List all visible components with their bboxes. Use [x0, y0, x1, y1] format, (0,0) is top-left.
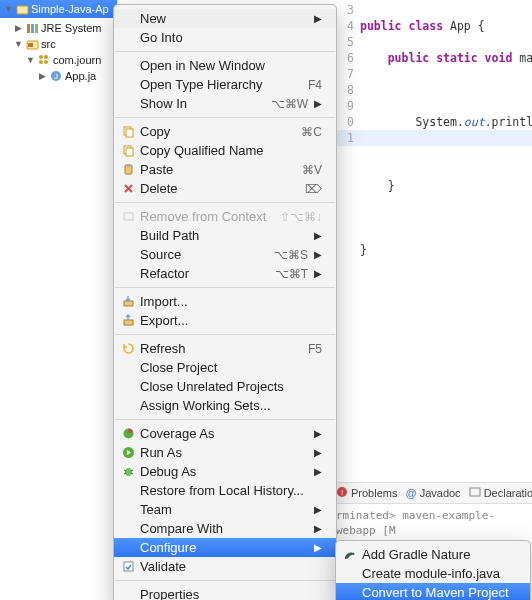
submenu-arrow-icon: ▶ — [314, 466, 322, 477]
menu-separator — [115, 51, 335, 52]
submenu-arrow-icon: ▶ — [314, 504, 322, 515]
code-editor[interactable]: 345678901 public class App { public stat… — [330, 0, 532, 498]
svg-point-6 — [39, 55, 43, 59]
svg-point-8 — [39, 60, 43, 64]
menu-item-export[interactable]: Export... — [114, 311, 336, 330]
menu-item-restore-history[interactable]: Restore from Local History... — [114, 481, 336, 500]
configure-submenu: Add Gradle Nature Create module-info.jav… — [335, 540, 531, 600]
svg-text:!: ! — [341, 488, 343, 497]
tree-node-src[interactable]: ▼ src — [4, 36, 117, 52]
project-explorer: ▼ Simple-Java-Ap ▶ JRE System ▼ src ▼ co… — [0, 0, 118, 600]
submenu-arrow-icon: ▶ — [314, 13, 322, 24]
copy-icon — [120, 143, 136, 159]
svg-rect-18 — [126, 148, 133, 156]
svg-rect-5 — [28, 43, 33, 47]
menu-item-build-path[interactable]: Build Path▶ — [114, 226, 336, 245]
tab-javadoc[interactable]: @ Javadoc — [405, 487, 460, 499]
menu-item-show-in[interactable]: Show In⌥⌘W▶ — [114, 94, 336, 113]
menu-item-open-type-hierarchy[interactable]: Open Type HierarchyF4 — [114, 75, 336, 94]
svg-point-7 — [44, 55, 48, 59]
menu-separator — [115, 580, 335, 581]
menu-item-debug-as[interactable]: Debug As▶ — [114, 462, 336, 481]
library-icon — [25, 21, 39, 35]
menu-item-compare-with[interactable]: Compare With▶ — [114, 519, 336, 538]
menu-item-go-into[interactable]: Go Into — [114, 28, 336, 47]
console-header: rminated> maven-example-webapp [M — [336, 508, 526, 538]
menu-separator — [115, 419, 335, 420]
remove-context-icon — [120, 209, 136, 225]
submenu-arrow-icon: ▶ — [314, 542, 322, 553]
java-file-icon: J — [49, 69, 63, 83]
validate-icon — [120, 559, 136, 575]
svg-rect-2 — [31, 24, 34, 33]
tree-node-jre[interactable]: ▶ JRE System — [4, 20, 117, 36]
svg-rect-3 — [35, 24, 38, 33]
submenu-item-create-module-info[interactable]: Create module-info.java — [336, 564, 530, 583]
menu-item-delete[interactable]: Delete⌦ — [114, 179, 336, 198]
project-icon — [15, 2, 29, 16]
menu-item-refresh[interactable]: RefreshF5 — [114, 339, 336, 358]
menu-item-copy-qualified[interactable]: Copy Qualified Name — [114, 141, 336, 160]
menu-item-open-new-window[interactable]: Open in New Window — [114, 56, 336, 75]
menu-item-new[interactable]: New▶ — [114, 9, 336, 28]
submenu-arrow-icon: ▶ — [314, 447, 322, 458]
twisty-icon: ▶ — [38, 71, 47, 81]
submenu-arrow-icon: ▶ — [314, 428, 322, 439]
twisty-icon: ▼ — [14, 39, 23, 49]
menu-item-remove-context: Remove from Context⇧⌥⌘↓ — [114, 207, 336, 226]
svg-rect-14 — [470, 488, 480, 496]
menu-item-import[interactable]: Import... — [114, 292, 336, 311]
source-folder-icon — [25, 37, 39, 51]
submenu-arrow-icon: ▶ — [314, 523, 322, 534]
menu-item-team[interactable]: Team▶ — [114, 500, 336, 519]
svg-rect-1 — [27, 24, 30, 33]
project-tree: ▶ JRE System ▼ src ▼ com.journ ▶ J App.j… — [0, 18, 117, 84]
submenu-arrow-icon: ▶ — [314, 249, 322, 260]
menu-item-configure[interactable]: Configure▶ — [114, 538, 336, 557]
menu-item-properties[interactable]: Properties — [114, 585, 336, 600]
tab-declaration[interactable]: Declaratio — [469, 486, 532, 500]
submenu-item-add-gradle[interactable]: Add Gradle Nature — [336, 545, 530, 564]
project-name: Simple-Java-Ap — [31, 3, 109, 15]
tree-label: JRE System — [41, 22, 102, 34]
menu-separator — [115, 117, 335, 118]
paste-icon — [120, 162, 136, 178]
submenu-arrow-icon: ▶ — [314, 230, 322, 241]
twisty-icon: ▶ — [14, 23, 23, 33]
delete-icon — [120, 181, 136, 197]
bottom-tab-bar: ! Problems @ Javadoc Declaratio — [330, 482, 532, 504]
menu-item-source[interactable]: Source⌥⌘S▶ — [114, 245, 336, 264]
svg-rect-24 — [124, 301, 133, 306]
context-menu: New▶ Go Into Open in New Window Open Typ… — [113, 4, 337, 600]
menu-item-run-as[interactable]: Run As▶ — [114, 443, 336, 462]
twisty-icon: ▼ — [4, 4, 13, 14]
tree-node-package[interactable]: ▼ com.journ — [4, 52, 117, 68]
tree-node-file[interactable]: ▶ J App.ja — [4, 68, 117, 84]
tab-label: Problems — [351, 487, 397, 499]
menu-separator — [115, 287, 335, 288]
debug-icon — [120, 464, 136, 480]
declaration-icon — [469, 486, 481, 500]
menu-item-assign-working-sets[interactable]: Assign Working Sets... — [114, 396, 336, 415]
menu-item-refactor[interactable]: Refactor⌥⌘T▶ — [114, 264, 336, 283]
svg-text:J: J — [54, 72, 58, 81]
menu-item-coverage-as[interactable]: Coverage As▶ — [114, 424, 336, 443]
import-icon — [120, 294, 136, 310]
tree-label: App.ja — [65, 70, 96, 82]
tab-problems[interactable]: ! Problems — [336, 486, 397, 500]
menu-item-copy[interactable]: Copy⌘C — [114, 122, 336, 141]
menu-item-close-unrelated[interactable]: Close Unrelated Projects — [114, 377, 336, 396]
package-icon — [37, 53, 51, 67]
submenu-arrow-icon: ▶ — [314, 268, 322, 279]
svg-rect-25 — [124, 320, 133, 325]
project-header[interactable]: ▼ Simple-Java-Ap — [0, 0, 117, 18]
tree-label: src — [41, 38, 56, 50]
submenu-item-convert-maven[interactable]: Convert to Maven Project — [336, 583, 530, 600]
menu-item-paste[interactable]: Paste⌘V — [114, 160, 336, 179]
menu-item-validate[interactable]: Validate — [114, 557, 336, 576]
coverage-icon — [120, 426, 136, 442]
menu-item-close-project[interactable]: Close Project — [114, 358, 336, 377]
tab-label: Declaratio — [484, 487, 532, 499]
svg-point-9 — [44, 60, 48, 64]
run-icon — [120, 445, 136, 461]
